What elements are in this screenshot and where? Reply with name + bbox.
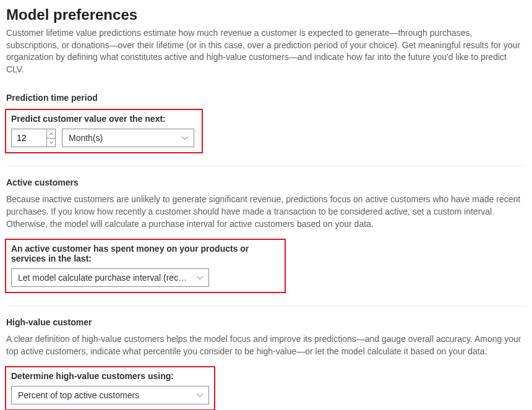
- section-desc-active: Because inactive customers are unlikely …: [6, 194, 526, 230]
- prediction-value-input[interactable]: [12, 129, 46, 147]
- spinner-up-icon[interactable]: [47, 129, 55, 139]
- section-title-highvalue: High-value customer: [6, 317, 526, 327]
- field-label-highvalue: Determine high-value customers using:: [11, 367, 209, 381]
- chevron-down-icon: [181, 135, 189, 140]
- section-high-value: High-value customer A clear definition o…: [6, 317, 526, 410]
- section-desc-highvalue: A clear definition of high-value custome…: [6, 333, 526, 357]
- divider: [6, 166, 526, 166]
- section-prediction-time: Prediction time period Predict customer …: [6, 93, 526, 153]
- highvalue-method-text: Percent of top active customers: [18, 390, 139, 400]
- highlight-active: An active customer has spent money on yo…: [5, 239, 286, 293]
- prediction-unit-dropdown[interactable]: Month(s): [62, 129, 194, 147]
- prediction-unit-text: Month(s): [69, 133, 103, 143]
- highlight-prediction: Predict customer value over the next: Mo…: [5, 109, 203, 153]
- page-description: Customer lifetime value predictions esti…: [6, 27, 526, 75]
- section-title-prediction: Prediction time period: [6, 93, 526, 103]
- active-interval-dropdown[interactable]: Let model calculate purchase interval (r…: [11, 268, 209, 287]
- section-active-customers: Active customers Because inactive custom…: [6, 177, 526, 293]
- field-label-active: An active customer has spent money on yo…: [11, 240, 280, 263]
- divider: [6, 305, 526, 306]
- chevron-down-icon: [196, 393, 204, 398]
- section-title-active: Active customers: [6, 177, 526, 187]
- spinner-down-icon[interactable]: [47, 139, 55, 147]
- page-title: Model preferences: [6, 6, 526, 23]
- field-label-predict-value: Predict customer value over the next:: [11, 110, 197, 124]
- prediction-value-spinner[interactable]: [11, 129, 56, 147]
- chevron-down-icon: [196, 275, 204, 280]
- highlight-highvalue: Determine high-value customers using: Pe…: [5, 366, 215, 410]
- active-interval-text: Let model calculate purchase interval (r…: [18, 273, 191, 283]
- highvalue-method-dropdown[interactable]: Percent of top active customers: [11, 386, 209, 404]
